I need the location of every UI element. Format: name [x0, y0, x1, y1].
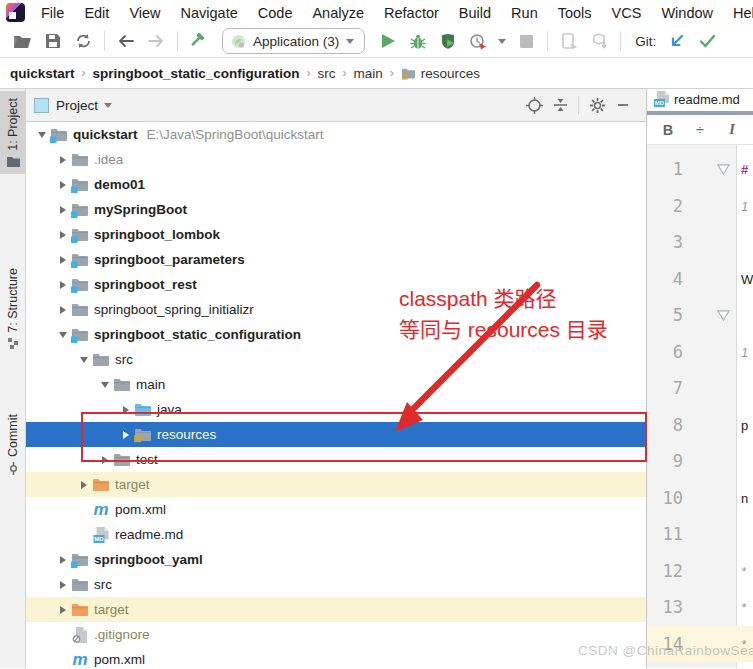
build-button[interactable]	[186, 29, 212, 53]
run-button[interactable]	[375, 29, 401, 53]
git-commit-button[interactable]	[694, 29, 720, 53]
toolbar-separator	[104, 31, 105, 51]
collapsed-arrow-icon[interactable]	[55, 306, 70, 314]
collapsed-arrow-icon[interactable]	[55, 606, 70, 614]
editor-tab-readme[interactable]: MD readme.md	[647, 89, 747, 111]
tree-row-quickstart[interactable]: quickstartE:\Java\SpringBoot\quickstart	[26, 122, 646, 147]
menu-item-view[interactable]: View	[119, 5, 170, 21]
collapsed-arrow-icon[interactable]	[55, 231, 70, 239]
line-number: 5	[647, 305, 683, 325]
profiler-button[interactable]	[465, 29, 491, 53]
breadcrumb-separator: ›	[390, 66, 394, 80]
menu-item-analyze[interactable]: Analyze	[302, 5, 374, 21]
editor-line-8: 8p	[647, 407, 753, 444]
menu-item-file[interactable]: File	[31, 5, 74, 21]
save-button[interactable]	[40, 29, 66, 53]
forward-button[interactable]	[143, 29, 169, 53]
tree-row-target[interactable]: target	[26, 472, 646, 497]
gear-icon[interactable]	[589, 97, 606, 114]
menu-item-code[interactable]: Code	[248, 5, 303, 21]
menu-item-tools[interactable]: Tools	[548, 5, 602, 21]
module-folder-icon	[71, 552, 89, 568]
chevron-down-icon[interactable]	[104, 103, 112, 108]
expanded-arrow-icon[interactable]	[76, 357, 91, 363]
back-button[interactable]	[113, 29, 139, 53]
breadcrumb-item-main[interactable]: main	[354, 66, 383, 81]
synchronize-button[interactable]	[70, 29, 96, 53]
tree-row-readme.md[interactable]: MDreadme.md	[26, 522, 646, 547]
profiler-dropdown-button[interactable]	[495, 29, 509, 53]
breadcrumb-item-springboot_static_configuration[interactable]: springboot_static_configuration	[93, 66, 300, 81]
tree-row-mySpringBoot[interactable]: mySpringBoot	[26, 197, 646, 222]
fold-marker-icon[interactable]	[717, 310, 730, 321]
fold-marker-icon[interactable]	[717, 164, 730, 175]
run-configuration-label: Application (3)	[253, 34, 339, 49]
open-button[interactable]	[10, 29, 36, 53]
breadcrumb-item-resources[interactable]: resources	[401, 66, 480, 81]
debug-bug-icon	[410, 33, 426, 50]
menu-item-help[interactable]: Help	[723, 5, 753, 21]
tree-row-springboot_lombok[interactable]: springboot_lombok	[26, 222, 646, 247]
toolwindow-tab-project[interactable]: 1: Project	[0, 91, 26, 174]
collapsed-arrow-icon[interactable]	[55, 156, 70, 164]
locate-file-icon[interactable]	[526, 97, 543, 114]
line-number: 11	[647, 524, 683, 544]
tree-item-label: springboot_rest	[94, 277, 197, 292]
bold-button[interactable]: B	[660, 122, 676, 138]
editor-body[interactable]: 1#2134W56178p910n1112*13*14*	[647, 145, 753, 668]
collapsed-arrow-icon[interactable]	[55, 281, 70, 289]
collapsed-arrow-icon[interactable]	[55, 256, 70, 264]
collapsed-arrow-icon[interactable]	[55, 556, 70, 564]
coverage-shield-icon	[440, 33, 456, 50]
code-fragment: 1	[741, 344, 748, 359]
menu-item-build[interactable]: Build	[449, 5, 501, 21]
update-project-arrow-icon	[669, 33, 685, 49]
menu-item-navigate[interactable]: Navigate	[171, 5, 248, 21]
strikethrough-button[interactable]: ÷	[692, 122, 708, 138]
toolwindow-tab-commit[interactable]: Commit	[0, 407, 26, 482]
tree-row-pom.xml[interactable]: mpom.xml	[26, 647, 646, 668]
collapsed-arrow-icon[interactable]	[55, 181, 70, 189]
project-panel-title: Project	[56, 98, 98, 113]
expanded-arrow-icon[interactable]	[34, 132, 49, 138]
git-label: Git:	[635, 34, 656, 49]
attach-debugger-button[interactable]	[556, 29, 582, 53]
menu-item-window[interactable]: Window	[651, 5, 723, 21]
spring-boot-icon	[231, 34, 246, 49]
git-update-project-button[interactable]	[664, 29, 690, 53]
watermark: CSDN @ChinaRainbowSea	[578, 643, 753, 658]
italic-button[interactable]: I	[724, 121, 740, 138]
menu-item-vcs[interactable]: VCS	[602, 5, 652, 21]
line-number: 10	[647, 488, 683, 508]
menu-item-run[interactable]: Run	[501, 5, 548, 21]
menu-item-edit[interactable]: Edit	[74, 5, 119, 21]
toolwindow-tab-structure[interactable]: 7: Structure	[0, 261, 26, 356]
tree-row-pom.xml[interactable]: mpom.xml	[26, 497, 646, 522]
breadcrumb-item-quickstart[interactable]: quickstart	[10, 66, 75, 81]
tree-row-demo01[interactable]: demo01	[26, 172, 646, 197]
expanded-arrow-icon[interactable]	[55, 332, 70, 338]
editor-line-9: 9	[647, 443, 753, 480]
collapsed-arrow-icon[interactable]	[76, 481, 91, 489]
collapsed-arrow-icon[interactable]	[55, 581, 70, 589]
expanded-arrow-icon[interactable]	[97, 382, 112, 388]
debug-button[interactable]	[405, 29, 431, 53]
tree-row-.gitignore[interactable]: .gitignore	[26, 622, 646, 647]
stop-button[interactable]	[513, 29, 539, 53]
run-with-coverage-button[interactable]	[435, 29, 461, 53]
hide-panel-icon[interactable]	[616, 98, 630, 112]
collapse-all-icon[interactable]	[553, 97, 568, 113]
tree-row-src[interactable]: src	[26, 572, 646, 597]
collapsed-arrow-icon[interactable]	[55, 206, 70, 214]
line-number: 7	[647, 378, 683, 398]
tree-item-label: .gitignore	[94, 627, 150, 642]
tree-item-label: quickstart	[73, 127, 138, 142]
tree-row-target[interactable]: target	[26, 597, 646, 622]
tree-row-springboot_yaml[interactable]: springboot_yaml	[26, 547, 646, 572]
update-application-button[interactable]	[586, 29, 612, 53]
tree-row-.idea[interactable]: .idea	[26, 147, 646, 172]
breadcrumb-item-src[interactable]: src	[318, 66, 336, 81]
menu-item-refactor[interactable]: Refactor	[374, 5, 449, 21]
run-configuration-select[interactable]: Application (3)	[222, 28, 365, 54]
code-fragment: *	[741, 563, 746, 578]
